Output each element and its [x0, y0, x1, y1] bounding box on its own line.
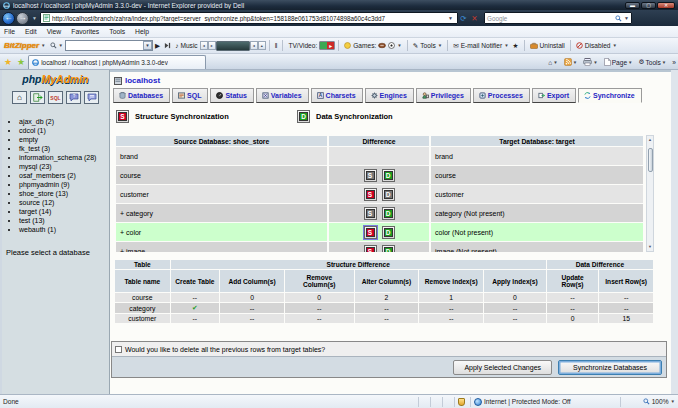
maximize-button[interactable]: ▢ [641, 2, 656, 9]
combobox-dropdown-icon[interactable]: ▼ [143, 41, 152, 50]
play-button[interactable]: ▶ [153, 42, 162, 50]
zoom-control[interactable]: 100%▼ [620, 397, 678, 407]
dropdown-caret-icon: ▼ [573, 60, 577, 65]
data-diff-button[interactable]: D [382, 207, 395, 220]
tab-status[interactable]: Status [210, 88, 253, 103]
pma-docs-icon[interactable]: ? [66, 91, 81, 104]
logout-icon[interactable] [30, 91, 45, 104]
browser-tab[interactable]: localhost / localhost | phpMyAdmin 3.3.0… [28, 55, 206, 69]
feeds-button[interactable]: ▼ [564, 58, 577, 66]
data-diff-button[interactable]: D [382, 245, 395, 253]
toolbar-combobox[interactable]: ▼ [65, 40, 153, 51]
structure-diff-button[interactable]: S [364, 245, 377, 253]
database-item[interactable]: webauth (1) [19, 225, 109, 234]
stop-button[interactable]: ✕ [469, 12, 480, 24]
media-back-button[interactable]: ◂ [250, 41, 258, 50]
data-diff-button[interactable]: D [382, 226, 395, 239]
database-item[interactable]: target (14) [19, 207, 109, 216]
toolbar-tools-button[interactable]: ✎Tools▼ [411, 42, 444, 50]
menu-favorites[interactable]: Favorites [71, 28, 99, 35]
menu-help[interactable]: Help [135, 28, 149, 35]
data-diff-button[interactable]: D [382, 169, 395, 182]
title-bar: localhost / localhost | phpMyAdmin 3.3.0… [0, 0, 678, 10]
search-dropdown-icon[interactable]: ▼ [624, 15, 629, 21]
page-menu-button[interactable]: Page▼ [604, 58, 633, 66]
database-item[interactable]: cdcol (1) [19, 126, 109, 135]
menu-edit[interactable]: Edit [25, 28, 37, 35]
back-button[interactable]: ← [2, 12, 15, 25]
menu-file[interactable]: File [4, 28, 15, 35]
tab-processes[interactable]: Processes [473, 88, 530, 103]
sql-window-icon[interactable]: SQL [48, 91, 63, 104]
overflow-chevron[interactable]: » [672, 59, 676, 66]
media-next-button[interactable]: ▸ [208, 41, 216, 50]
next-button[interactable] [162, 42, 173, 49]
print-button[interactable]: ▼ [583, 58, 597, 66]
database-item[interactable]: mysql (23) [19, 162, 109, 171]
history-dropdown-icon[interactable]: ▼ [32, 15, 37, 21]
search-icon[interactable] [615, 15, 622, 22]
data-diff-button[interactable]: D [382, 188, 395, 201]
database-item[interactable]: empty [19, 135, 109, 144]
tab-sql[interactable]: SQL [172, 88, 208, 103]
tab-engines[interactable]: Engines [365, 88, 414, 103]
add-favorite-icon[interactable]: ★ [17, 57, 25, 67]
tab-synchronize[interactable]: Synchronize [578, 88, 642, 103]
uninstall-button[interactable]: Uninstall [528, 42, 567, 49]
refresh-button[interactable]: ⟳ [458, 12, 469, 24]
structure-diff-button[interactable]: S [364, 207, 377, 220]
toolbar-divider [524, 40, 525, 51]
database-item[interactable]: information_schema (28) [19, 153, 109, 162]
server-name-link[interactable]: localhost [125, 76, 160, 85]
database-item[interactable]: ajax_db (2) [19, 117, 109, 126]
database-item[interactable]: osaf_members (2) [19, 171, 109, 180]
structure-diff-button[interactable]: S [364, 169, 377, 182]
database-item[interactable]: test (13) [19, 216, 109, 225]
tools-menu-button[interactable]: ⚙Tools▼ [639, 58, 667, 66]
music-button[interactable]: ♪Music [173, 42, 200, 49]
tab-databases[interactable]: Databases [113, 88, 170, 103]
tab-privileges[interactable]: Privileges [416, 88, 471, 103]
database-item[interactable]: shoe_store (13) [19, 189, 109, 198]
close-button[interactable]: ✕ [657, 2, 675, 9]
address-dropdown-icon[interactable]: ▼ [446, 15, 455, 21]
tab-export[interactable]: Export [532, 88, 576, 103]
pma-logo[interactable]: phpMyAdmin [2, 73, 109, 85]
disabled-button[interactable]: Disabled▼ [574, 42, 619, 49]
favorites-icon[interactable]: ★ [4, 57, 12, 67]
youtube-icon[interactable]: ► [319, 41, 335, 50]
email-notifier-button[interactable]: ✉E-mail Notifier▼ [451, 42, 510, 50]
forward-button[interactable]: → [16, 12, 29, 25]
structure-diff-button[interactable]: S [364, 226, 377, 239]
menu-view[interactable]: View [47, 28, 62, 35]
database-item[interactable]: phpmyadmin (9) [19, 180, 109, 189]
database-item[interactable]: fk_test (3) [19, 144, 109, 153]
menu-tools[interactable]: Tools [109, 28, 125, 35]
synchronize-databases-button[interactable]: Synchronize Databases [558, 360, 662, 375]
toolbar-search-button[interactable]: ▼ [48, 42, 65, 49]
home-icon[interactable]: ⌂ [12, 91, 27, 104]
minimize-button[interactable]: ▬ [625, 2, 640, 9]
compare-scrollbar[interactable]: ▲ ▼ [646, 135, 654, 252]
bitzipper-button[interactable]: BitZipper▼ [2, 41, 48, 50]
structure-diff-button[interactable]: S [364, 188, 377, 201]
games-button[interactable]: Games:▼ [342, 42, 404, 49]
tab-charsets[interactable]: ACharsets [311, 88, 363, 103]
search-box[interactable]: Google ▼ [484, 12, 632, 24]
mysql-docs-icon[interactable] [84, 91, 99, 104]
home-button[interactable]: ⌂▼ [548, 59, 557, 66]
tab-icon [422, 92, 429, 99]
scrollbar-thumb[interactable] [648, 148, 653, 172]
scroll-down-icon[interactable]: ▼ [647, 243, 653, 251]
database-item[interactable]: source (12) [19, 198, 109, 207]
tv-video-button[interactable]: TV/Video: [286, 42, 319, 49]
tab-variables[interactable]: Variables [256, 88, 309, 103]
media-prev-button[interactable]: ◂ [200, 41, 208, 50]
delete-rows-checkbox[interactable] [115, 346, 122, 353]
apply-selected-changes-button[interactable]: Apply Selected Changes [453, 360, 552, 375]
scroll-up-icon[interactable]: ▲ [647, 136, 653, 144]
address-field[interactable]: http://localhost/branch/zahra/index.php?… [40, 12, 458, 24]
media-fwd-button[interactable]: ▴ [258, 41, 266, 50]
window-title: localhost / localhost | phpMyAdmin 3.3.0… [13, 2, 625, 9]
star-icon[interactable]: ★ [511, 42, 521, 50]
